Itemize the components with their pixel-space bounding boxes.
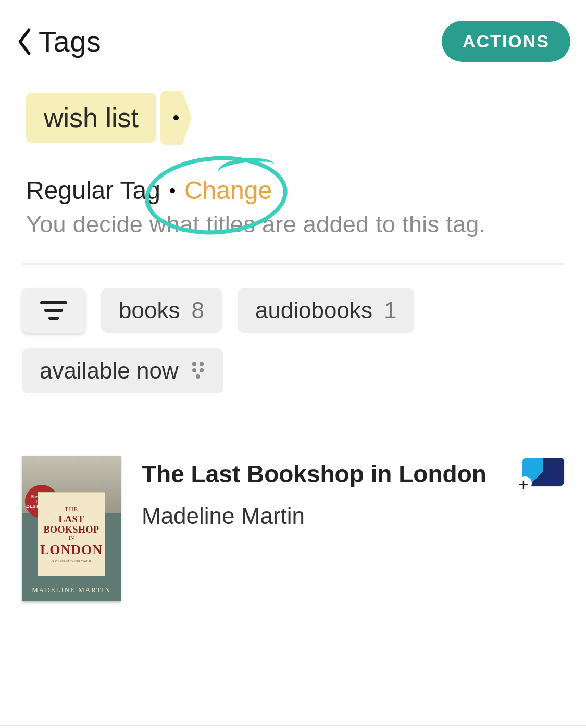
add-library-card-button[interactable]: + [520, 458, 564, 489]
cover-text: LAST [58, 514, 84, 524]
tag-type-label: Regular Tag [26, 176, 160, 205]
cover-text: LONDON [40, 542, 103, 558]
bottom-border [0, 725, 586, 726]
chevron-left-icon [16, 27, 33, 57]
svg-point-3 [192, 362, 196, 366]
filter-books-label: books [119, 297, 180, 323]
back-label: Tags [39, 24, 101, 58]
actions-button[interactable]: ACTIONS [442, 21, 570, 62]
cover-text: A Novel of World War II [52, 559, 91, 563]
library-card-icon [522, 458, 564, 486]
tag-chip[interactable]: wish list [26, 93, 156, 143]
sort-button[interactable] [22, 288, 85, 333]
filter-available-label: available now [40, 358, 179, 384]
cover-text: BOOKSHOP [43, 525, 99, 534]
section-divider [22, 263, 564, 265]
book-list: New York Times BESTSELLER THE LAST BOOKS… [22, 456, 564, 601]
cover-text: THE [65, 506, 78, 513]
tag-type-row: Regular Tag Change [26, 176, 586, 205]
svg-point-4 [200, 362, 204, 366]
book-info: The Last Bookshop in London Madeline Mar… [142, 456, 500, 529]
plus-icon: + [518, 475, 529, 493]
book-title[interactable]: The Last Bookshop in London [142, 457, 500, 492]
book-author[interactable]: Madeline Martin [142, 503, 500, 529]
svg-point-7 [196, 374, 200, 379]
back-button[interactable]: Tags [16, 24, 101, 58]
svg-point-6 [200, 368, 204, 372]
bullet-separator [170, 188, 175, 193]
tag-description: You decide what titles are added to this… [26, 211, 586, 238]
filter-audiobooks-label: audiobooks [255, 297, 372, 323]
svg-point-5 [192, 368, 196, 372]
tag-chip-row: wish list [26, 91, 586, 145]
filter-audiobooks[interactable]: audiobooks 1 [238, 288, 415, 333]
filter-books-count: 8 [191, 297, 204, 323]
annotation-circle-tail [216, 154, 275, 172]
filter-books[interactable]: books 8 [101, 288, 222, 333]
availability-icon [190, 358, 206, 384]
filter-available-now[interactable]: available now [22, 348, 223, 393]
filter-audiobooks-count: 1 [384, 297, 396, 323]
change-link[interactable]: Change [184, 176, 272, 205]
cover-text: IN [69, 535, 74, 541]
cover-author: MADELINE MARTIN [22, 586, 121, 594]
book-row[interactable]: New York Times BESTSELLER THE LAST BOOKS… [22, 456, 564, 601]
header-bar: Tags ACTIONS [0, 0, 586, 62]
book-cover[interactable]: New York Times BESTSELLER THE LAST BOOKS… [22, 456, 121, 601]
filter-row: books 8 audiobooks 1 available now [22, 288, 586, 393]
tag-chip-point [160, 91, 192, 145]
sort-icon [40, 299, 68, 321]
